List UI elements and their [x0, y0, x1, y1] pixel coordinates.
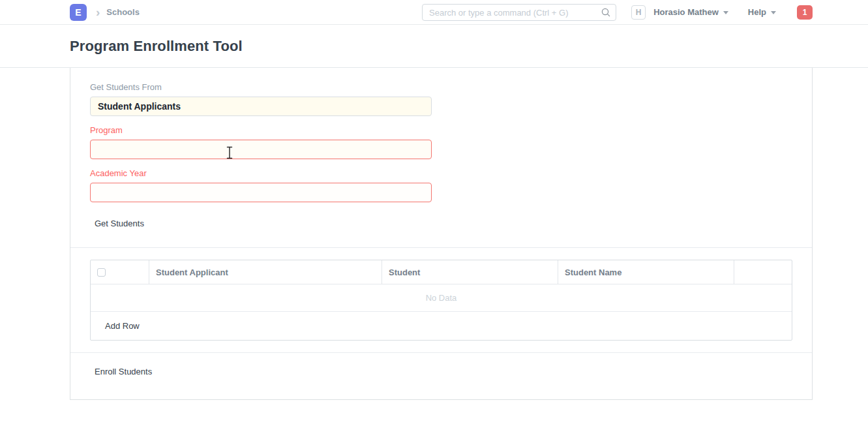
students-grid: Student Applicant Student Student Name N…: [90, 260, 792, 341]
help-menu[interactable]: Help: [748, 7, 776, 17]
global-search: [422, 4, 616, 21]
app-logo-letter: E: [75, 7, 81, 18]
select-all-checkbox[interactable]: [97, 268, 106, 277]
page-title: Program Enrollment Tool: [70, 38, 243, 55]
grid-header-student: Student: [382, 260, 558, 284]
user-name: Horasio Mathew: [653, 7, 719, 17]
notification-count: 1: [803, 8, 807, 17]
form-section: Get Students From Student Applicants Pro…: [70, 68, 812, 247]
help-label: Help: [748, 7, 766, 17]
grid-header-student-name: Student Name: [558, 260, 734, 284]
app-logo[interactable]: E: [70, 4, 87, 21]
avatar[interactable]: H: [631, 5, 646, 20]
footer-section: Enroll Students: [70, 352, 812, 399]
avatar-letter: H: [636, 8, 642, 17]
table-section: Student Applicant Student Student Name N…: [70, 247, 812, 352]
grid-header-spacer: [734, 260, 792, 284]
get-students-from-input[interactable]: Student Applicants: [90, 97, 432, 116]
breadcrumb-chevron-icon: ›: [96, 6, 100, 18]
page-head: Program Enrollment Tool: [0, 25, 868, 68]
notification-badge[interactable]: 1: [797, 5, 813, 20]
grid-no-data: No Data: [91, 284, 792, 312]
add-row-button[interactable]: Add Row: [100, 318, 144, 334]
field-academic-year: Academic Year: [90, 168, 432, 202]
program-input[interactable]: [90, 140, 432, 159]
grid-header-check-cell: [91, 260, 149, 284]
grid-header-row: Student Applicant Student Student Name: [91, 260, 792, 284]
navbar: E › Schools H Horasio Mathew Help 1: [0, 0, 868, 25]
academic-year-input[interactable]: [90, 183, 432, 202]
chevron-down-icon: [723, 11, 728, 14]
grid-footer-row: Add Row: [91, 312, 792, 340]
navbar-left: E › Schools: [70, 4, 140, 21]
program-label: Program: [90, 125, 432, 135]
get-students-from-label: Get Students From: [90, 82, 432, 92]
user-menu[interactable]: Horasio Mathew: [653, 7, 728, 17]
search-input[interactable]: [422, 4, 616, 21]
search-icon: [601, 7, 611, 20]
form-card: Get Students From Student Applicants Pro…: [70, 68, 813, 400]
navbar-right: H Horasio Mathew Help 1: [631, 0, 813, 24]
field-program: Program: [90, 125, 432, 159]
enroll-students-button[interactable]: Enroll Students: [90, 363, 157, 380]
grid-header-student-applicant: Student Applicant: [149, 260, 382, 284]
breadcrumb-schools[interactable]: Schools: [106, 7, 140, 17]
academic-year-label: Academic Year: [90, 168, 432, 178]
field-get-students-from: Get Students From Student Applicants: [90, 82, 432, 116]
get-students-button[interactable]: Get Students: [90, 215, 149, 232]
chevron-down-icon: [771, 11, 776, 14]
